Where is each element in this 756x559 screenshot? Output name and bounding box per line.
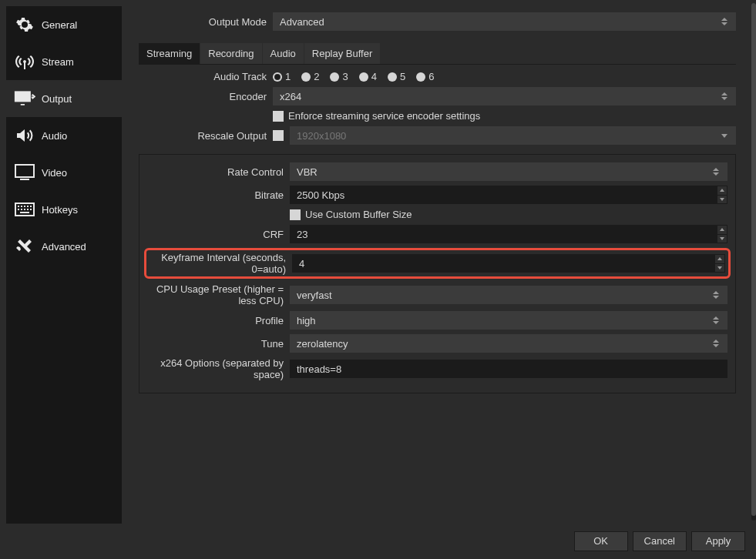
bitrate-input[interactable]: 2500 Kbps (290, 186, 717, 204)
keyframe-highlight: Keyframe Interval (seconds, 0=auto) 4 (144, 248, 731, 279)
tab-audio[interactable]: Audio (263, 43, 304, 64)
scrollbar-thumb[interactable] (751, 3, 756, 516)
svg-rect-8 (30, 206, 32, 207)
sidebar-item-stream[interactable]: Stream (6, 43, 122, 80)
crf-label: CRF (139, 229, 290, 240)
audio-track-4[interactable]: 4 (359, 71, 377, 82)
enforce-label: Enforce streaming service encoder settin… (288, 110, 480, 122)
profile-label: Profile (139, 315, 290, 326)
custom-buffer-checkbox[interactable] (290, 209, 301, 220)
output-mode-label: Output Mode (139, 16, 273, 28)
audio-track-2[interactable]: 2 (301, 71, 319, 82)
crf-input[interactable]: 23 (290, 225, 717, 243)
sidebar-item-label: Audio (42, 130, 67, 142)
antenna-icon (14, 52, 35, 71)
svg-rect-13 (30, 209, 32, 210)
rate-control-label: Rate Control (139, 166, 290, 178)
bitrate-spinner[interactable] (717, 186, 727, 204)
svg-rect-4 (18, 206, 19, 207)
custom-buffer-label: Use Custom Buffer Size (305, 209, 412, 220)
scrollbar[interactable] (750, 0, 756, 524)
audio-track-1[interactable]: 1 (273, 71, 291, 82)
main-panel: Output Mode Advanced Streaming Recording… (122, 6, 750, 524)
sidebar-item-label: Stream (42, 56, 74, 68)
profile-select[interactable]: high (290, 311, 727, 330)
audio-track-3[interactable]: 3 (330, 71, 348, 82)
rescale-checkbox[interactable] (273, 130, 284, 141)
rescale-label: Rescale Output (139, 130, 273, 142)
svg-rect-1 (15, 165, 34, 177)
tune-label: Tune (139, 338, 290, 350)
svg-rect-9 (18, 209, 19, 210)
output-mode-value: Advanced (280, 16, 324, 28)
x264-opts-label: x264 Options (separated by space) (139, 357, 290, 380)
tab-streaming[interactable]: Streaming (139, 43, 200, 64)
audio-track-5[interactable]: 5 (388, 71, 405, 82)
sidebar-item-general[interactable]: General (6, 6, 122, 43)
ok-button[interactable]: OK (574, 531, 628, 551)
x264-opts-input[interactable]: threads=8 (290, 360, 727, 378)
speaker-icon (14, 126, 35, 145)
output-tabs: Streaming Recording Audio Replay Buffer (139, 43, 736, 65)
updown-icon (711, 316, 721, 324)
encoder-value: x264 (280, 91, 301, 102)
audio-track-label: Audio Track (139, 71, 273, 82)
updown-icon (711, 291, 721, 299)
encoder-settings-panel: Rate Control VBR Bitrate 2500 Kbps (139, 154, 736, 393)
updown-icon (720, 92, 729, 100)
output-mode-select[interactable]: Advanced (273, 12, 736, 31)
sidebar-item-label: Video (42, 167, 67, 179)
tab-replay-buffer[interactable]: Replay Buffer (304, 43, 381, 64)
sidebar-item-audio[interactable]: Audio (6, 117, 122, 154)
audio-track-radios: 1 2 3 4 5 6 (273, 71, 434, 82)
updown-icon (711, 168, 721, 176)
footer: OK Cancel Apply (0, 524, 756, 559)
keyboard-icon (14, 200, 35, 219)
sidebar: General Stream Output Audio Video Hotkey… (6, 6, 122, 524)
svg-rect-2 (20, 179, 29, 180)
tab-recording[interactable]: Recording (200, 43, 261, 64)
rate-control-select[interactable]: VBR (290, 162, 727, 181)
cpu-preset-select[interactable]: veryfast (290, 286, 727, 304)
encoder-select[interactable]: x264 (273, 87, 736, 105)
rescale-value: 1920x1080 (297, 130, 346, 142)
enforce-checkbox[interactable] (273, 111, 284, 122)
sidebar-item-hotkeys[interactable]: Hotkeys (6, 191, 122, 228)
keyframe-label: Keyframe Interval (seconds, 0=auto) (146, 252, 292, 275)
sidebar-item-output[interactable]: Output (6, 80, 122, 117)
chevron-down-icon (720, 134, 729, 138)
rescale-select[interactable]: 1920x1080 (290, 126, 736, 145)
keyframe-input[interactable]: 4 (292, 254, 714, 273)
apply-button[interactable]: Apply (691, 531, 745, 551)
cancel-button[interactable]: Cancel (633, 531, 687, 551)
cpu-preset-label: CPU Usage Preset (higher = less CPU) (139, 283, 290, 306)
tools-icon (14, 237, 35, 256)
sidebar-item-advanced[interactable]: Advanced (6, 228, 122, 265)
svg-rect-12 (27, 209, 29, 210)
svg-rect-14 (20, 212, 29, 213)
updown-icon (711, 340, 721, 347)
tune-select[interactable]: zerolatency (290, 334, 727, 353)
audio-track-6[interactable]: 6 (416, 71, 434, 82)
keyframe-spinner[interactable] (714, 254, 725, 273)
svg-rect-7 (27, 206, 29, 207)
updown-icon (720, 18, 729, 25)
encoder-label: Encoder (139, 91, 273, 102)
svg-rect-11 (24, 209, 25, 210)
monitor-icon (14, 163, 35, 182)
svg-rect-5 (21, 206, 22, 207)
sidebar-item-label: Advanced (42, 241, 86, 253)
sidebar-item-label: Hotkeys (42, 204, 78, 216)
svg-rect-10 (21, 209, 22, 210)
sidebar-item-video[interactable]: Video (6, 154, 122, 191)
sidebar-item-label: General (42, 19, 77, 31)
gear-icon (14, 15, 35, 34)
bitrate-label: Bitrate (139, 189, 290, 201)
sidebar-item-label: Output (42, 93, 72, 105)
monitor-out-icon (14, 89, 35, 108)
svg-rect-6 (24, 206, 25, 207)
crf-spinner[interactable] (717, 225, 727, 243)
